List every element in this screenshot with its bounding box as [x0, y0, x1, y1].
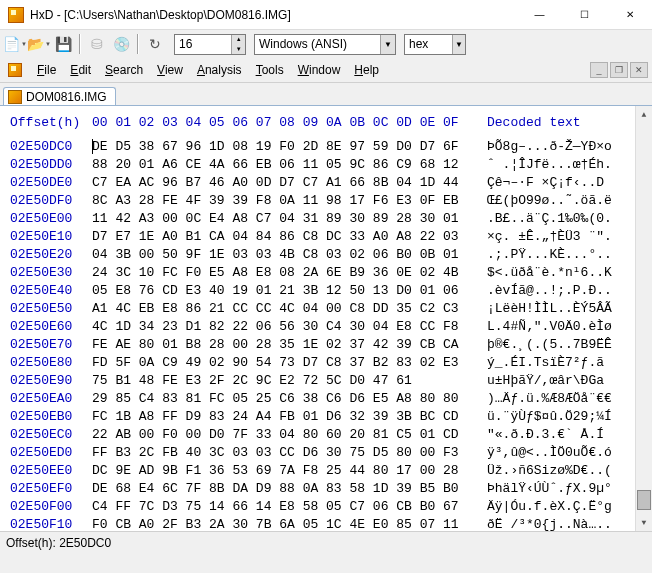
menu-file[interactable]: FFileile	[30, 60, 63, 80]
hex-cell[interactable]: 24 3C 10 FC F0 E5 A8 E8 08 2A 6E B9 36 0…	[92, 264, 487, 282]
hex-cell[interactable]: 05 E8 76 CD E3 40 19 01 21 3B 12 50 13 D…	[92, 282, 487, 300]
hex-row[interactable]: 02E50F10F0 CB A0 2F B3 2A 30 7B 6A 05 1C…	[10, 516, 652, 531]
menu-search[interactable]: Search	[98, 60, 150, 80]
menu-window[interactable]: Window	[291, 60, 348, 80]
hex-cell[interactable]: A1 4C EB E8 86 21 CC CC 4C 04 00 C8 DD 3…	[92, 300, 487, 318]
hex-row[interactable]: 02E50E604C 1D 34 23 D1 82 22 06 56 30 C4…	[10, 318, 652, 336]
hex-row[interactable]: 02E50DC0DE D5 38 67 96 1D 08 19 F0 2D 8E…	[10, 138, 652, 156]
hdd-button[interactable]: ⛁	[86, 33, 108, 55]
refresh-button[interactable]: ↻	[144, 33, 166, 55]
hex-row[interactable]: 02E50ED0FF B3 2C FB 40 3C 03 03 CC D6 30…	[10, 444, 652, 462]
decoded-cell[interactable]: "«.ð.Ð.3.€` Å.Í	[487, 426, 604, 444]
scroll-thumb[interactable]	[637, 490, 651, 510]
mdi-restore[interactable]: ❐	[610, 62, 628, 78]
menu-help[interactable]: Help	[347, 60, 386, 80]
hex-cell[interactable]: C4 FF 7C D3 75 14 66 14 E8 58 05 C7 06 C…	[92, 498, 487, 516]
decoded-cell[interactable]: ÞÕ8g–...ð-Ž—YĐ×o	[487, 138, 612, 156]
decoded-cell[interactable]: .B£..ä¨Ç.1‰0‰(0.	[487, 210, 612, 228]
hex-row[interactable]: 02E50E4005 E8 76 CD E3 40 19 01 21 3B 12…	[10, 282, 652, 300]
hex-view[interactable]: Offset(h)00 01 02 03 04 05 06 07 08 09 0…	[0, 105, 652, 531]
hex-cell[interactable]: 29 85 C4 83 81 FC 05 25 C6 38 C6 D6 E5 A…	[92, 390, 487, 408]
hex-cell[interactable]: FE AE 80 01 B8 28 00 28 35 1E 02 37 42 3…	[92, 336, 487, 354]
hex-row[interactable]: 02E50DE0C7 EA AC 96 B7 46 A0 0D D7 C7 A1…	[10, 174, 652, 192]
decoded-cell[interactable]: ÿ³,û@<..ÌÖ0uÕ€.ó	[487, 444, 612, 462]
hex-cell[interactable]: 04 3B 00 50 9F 1E 03 03 4B C8 03 02 06 B…	[92, 246, 487, 264]
scroll-track[interactable]	[636, 123, 652, 514]
decoded-cell[interactable]: ü.¨ÿÙƒ$¤û.Ö29;¼Í	[487, 408, 612, 426]
hex-row[interactable]: 02E50E0011 42 A3 00 0C E4 A8 C7 04 31 89…	[10, 210, 652, 228]
decoded-cell[interactable]: ý_.ÉI.TsïÈ7²ƒ.ã	[487, 354, 604, 372]
decoded-cell[interactable]: Çê¬–·F ×Ç¡f‹..D	[487, 174, 604, 192]
save-button[interactable]: 💾	[52, 33, 74, 55]
dropdown-icon[interactable]: ▼	[380, 35, 395, 54]
hex-row[interactable]: 02E50DF08C A3 28 FE 4F 39 39 F8 0A 11 98…	[10, 192, 652, 210]
hex-cell[interactable]: 11 42 A3 00 0C E4 A8 C7 04 31 89 30 89 2…	[92, 210, 487, 228]
hex-row[interactable]: 02E50E50A1 4C EB E8 86 21 CC CC 4C 04 00…	[10, 300, 652, 318]
hex-cell[interactable]: FC 1B A8 FF D9 83 24 A4 FB 01 D6 32 39 3…	[92, 408, 487, 426]
hex-row[interactable]: 02E50E9075 B1 48 FE E3 2F 2C 9C E2 72 5C…	[10, 372, 652, 390]
hex-row[interactable]: 02E50EA029 85 C4 83 81 FC 05 25 C6 38 C6…	[10, 390, 652, 408]
mdi-minimize[interactable]: _	[590, 62, 608, 78]
hex-row[interactable]: 02E50F00C4 FF 7C D3 75 14 66 14 E8 58 05…	[10, 498, 652, 516]
decoded-cell[interactable]: ×ç. ±Ê.„†ÈÜ3 ¨".	[487, 228, 612, 246]
hex-cell[interactable]: F0 CB A0 2F B3 2A 30 7B 6A 05 1C 4E E0 8…	[92, 516, 487, 531]
hex-cell[interactable]: DE 68 E4 6C 7F 8B DA D9 88 0A 83 58 1D 3…	[92, 480, 487, 498]
decoded-cell[interactable]: þ®€.¸(.(5..7B9ËÊ	[487, 336, 612, 354]
decoded-cell[interactable]: L.4#Ñ‚".V0Ä0.èÌø	[487, 318, 612, 336]
hex-cell[interactable]: D7 E7 1E A0 B1 CA 04 84 86 C8 DC 33 A0 A…	[92, 228, 487, 246]
hex-row[interactable]: 02E50E70FE AE 80 01 B8 28 00 28 35 1E 02…	[10, 336, 652, 354]
maximize-button[interactable]: ☐	[562, 0, 607, 29]
bytes-per-row-field[interactable]: ▲▼	[174, 34, 246, 55]
hex-cell[interactable]: 75 B1 48 FE E3 2F 2C 9C E2 72 5C D0 47 6…	[92, 372, 487, 390]
hex-row[interactable]: 02E50E10D7 E7 1E A0 B1 CA 04 84 86 C8 DC…	[10, 228, 652, 246]
encoding-input[interactable]	[255, 37, 380, 51]
hex-row[interactable]: 02E50E3024 3C 10 FC F0 E5 A8 E8 08 2A 6E…	[10, 264, 652, 282]
decoded-cell[interactable]: .èvÍã@..!;.P.Đ..	[487, 282, 612, 300]
open-button[interactable]: 📂▼	[28, 33, 50, 55]
hex-cell[interactable]: DC 9E AD 9B F1 36 53 69 7A F8 25 44 80 1…	[92, 462, 487, 480]
hex-row[interactable]: 02E50E2004 3B 00 50 9F 1E 03 03 4B C8 03…	[10, 246, 652, 264]
decoded-cell[interactable]: u±HþãŸ/,œâr\ĐGa	[487, 372, 604, 390]
minimize-button[interactable]: —	[517, 0, 562, 29]
hex-row[interactable]: 02E50EF0DE 68 E4 6C 7F 8B DA D9 88 0A 83…	[10, 480, 652, 498]
menu-analysis[interactable]: Analysis	[190, 60, 249, 80]
decoded-cell[interactable]: Äÿ|Óu.f.èX.Ç.Ë°g	[487, 498, 612, 516]
decoded-cell[interactable]: ¡LëèH!ÌÌL..ÈÝ5ÂÃ	[487, 300, 612, 318]
decoded-cell[interactable]: Üž.›ñ6Sizø%D€..(	[487, 462, 612, 480]
decoded-cell[interactable]: $<.üðå¨è.*n¹6..K	[487, 264, 612, 282]
decoded-cell[interactable]: Œ£(þO99ø..˜.öã.ë	[487, 192, 612, 210]
hex-row[interactable]: 02E50EB0FC 1B A8 FF D9 83 24 A4 FB 01 D6…	[10, 408, 652, 426]
base-field[interactable]: ▼	[404, 34, 466, 55]
app-menu-icon[interactable]	[4, 60, 26, 80]
hex-row[interactable]: 02E50DD088 20 01 A6 CE 4A 66 EB 06 11 05…	[10, 156, 652, 174]
hex-row[interactable]: 02E50EC022 AB 00 F0 00 D0 7F 33 04 80 60…	[10, 426, 652, 444]
hex-row[interactable]: 02E50E80FD 5F 0A C9 49 02 90 54 73 D7 C8…	[10, 354, 652, 372]
bytes-per-row-input[interactable]	[175, 37, 231, 51]
new-button[interactable]: 📄▼	[4, 33, 26, 55]
close-button[interactable]: ✕	[607, 0, 652, 29]
hex-cell[interactable]: C7 EA AC 96 B7 46 A0 0D D7 C7 A1 66 8B 0…	[92, 174, 487, 192]
hex-cell[interactable]: DE D5 38 67 96 1D 08 19 F0 2D 8E 97 59 D…	[92, 138, 487, 156]
spinner[interactable]: ▲▼	[231, 35, 245, 54]
vertical-scrollbar[interactable]: ▲ ▼	[635, 106, 652, 531]
menu-view[interactable]: View	[150, 60, 190, 80]
mdi-close[interactable]: ✕	[630, 62, 648, 78]
dropdown-icon[interactable]: ▼	[452, 35, 465, 54]
decoded-cell[interactable]: .;.PŸ...KÈ...°..	[487, 246, 612, 264]
file-tab[interactable]: DOM0816.IMG	[3, 87, 116, 106]
disc-button[interactable]: 💿	[110, 33, 132, 55]
hex-cell[interactable]: 8C A3 28 FE 4F 39 39 F8 0A 11 98 17 F6 E…	[92, 192, 487, 210]
hex-cell[interactable]: 22 AB 00 F0 00 D0 7F 33 04 80 60 20 81 C…	[92, 426, 487, 444]
menu-tools[interactable]: Tools	[249, 60, 291, 80]
hex-cell[interactable]: 4C 1D 34 23 D1 82 22 06 56 30 C4 30 04 E…	[92, 318, 487, 336]
decoded-cell[interactable]: )…Äƒ.ü.%Æ8ÆÖå¨€€	[487, 390, 612, 408]
scroll-down-icon[interactable]: ▼	[636, 514, 652, 531]
hex-cell[interactable]: FD 5F 0A C9 49 02 90 54 73 D7 C8 37 B2 8…	[92, 354, 487, 372]
hex-row[interactable]: 02E50EE0DC 9E AD 9B F1 36 53 69 7A F8 25…	[10, 462, 652, 480]
hex-cell[interactable]: 88 20 01 A6 CE 4A 66 EB 06 11 05 9C 86 C…	[92, 156, 487, 174]
decoded-cell[interactable]: ÞhälŸ‹ÚÙˆ.ƒX.9µ°	[487, 480, 612, 498]
hex-cell[interactable]: FF B3 2C FB 40 3C 03 03 CC D6 30 75 D5 8…	[92, 444, 487, 462]
encoding-field[interactable]: ▼	[254, 34, 396, 55]
menu-edit[interactable]: Edit	[63, 60, 98, 80]
scroll-up-icon[interactable]: ▲	[636, 106, 652, 123]
